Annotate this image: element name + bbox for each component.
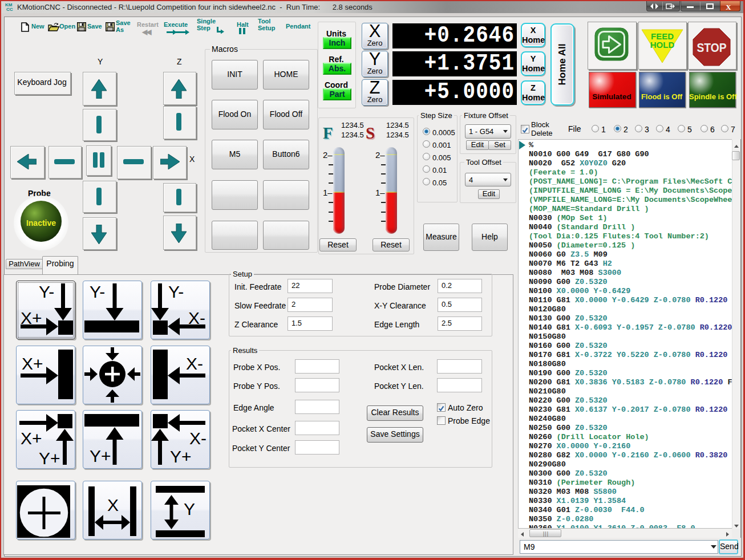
svg-text:Y-: Y- <box>168 282 184 301</box>
svg-text:STOP: STOP <box>697 40 727 55</box>
svg-text:Y+: Y+ <box>170 447 192 466</box>
svg-text:X: X <box>107 496 119 514</box>
svg-text:X-: X- <box>186 354 203 373</box>
svg-text:X+: X+ <box>21 429 42 448</box>
svg-text:X+: X+ <box>22 354 43 373</box>
svg-text:Y+: Y+ <box>90 447 111 465</box>
svg-text:Y+: Y+ <box>39 449 60 468</box>
svg-text:Y: Y <box>184 500 195 518</box>
svg-text:Y-: Y- <box>90 282 105 301</box>
svg-text:Y-: Y- <box>39 282 54 301</box>
svg-text:X-: X- <box>189 429 207 448</box>
